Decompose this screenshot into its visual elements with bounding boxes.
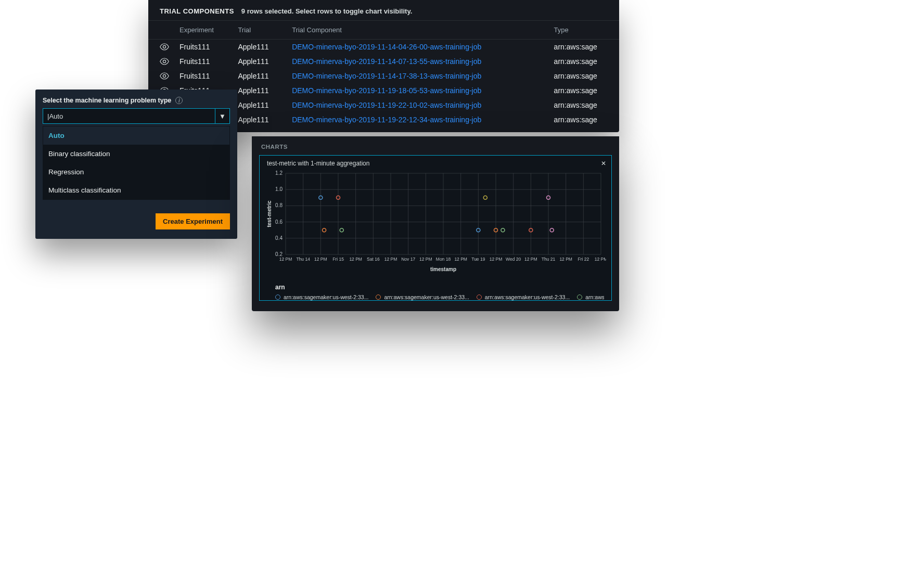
cell-trial: Apple111: [233, 54, 287, 69]
svg-text:Fri 22: Fri 22: [578, 257, 589, 262]
cell-type: arn:aws:sage: [549, 98, 619, 112]
cell-trial: Apple111: [233, 83, 287, 98]
legend-item-label: arn:aws:sagemaker:us-west-2:33...: [585, 294, 604, 300]
legend-item[interactable]: arn:aws:sagemaker:us-west-2:33...: [477, 294, 570, 300]
cell-trial-component-link[interactable]: DEMO-minerva-byo-2019-11-19-18-05-53-aws…: [287, 83, 548, 98]
problem-type-label: Select the machine learning problem type: [43, 97, 171, 104]
legend-swatch-icon: [577, 295, 582, 300]
svg-point-58: [323, 228, 326, 232]
svg-text:12 PM: 12 PM: [595, 257, 606, 262]
table-row[interactable]: Fruits111Apple111DEMO-minerva-byo-2019-1…: [148, 69, 619, 83]
svg-point-0: [163, 45, 165, 48]
col-trial[interactable]: Trial: [233, 21, 287, 40]
svg-text:Sat 16: Sat 16: [367, 257, 380, 262]
legend-item[interactable]: arn:aws:sagemaker:us-west-2:33...: [577, 294, 604, 300]
close-icon[interactable]: ✕: [601, 160, 606, 167]
cell-trial-component-link[interactable]: DEMO-minerva-byo-2019-11-19-22-10-02-aws…: [287, 98, 548, 112]
cell-experiment: Fruits111: [174, 54, 233, 69]
col-experiment[interactable]: Experiment: [174, 21, 233, 40]
svg-point-64: [483, 196, 487, 199]
charts-panel: CHARTS test-metric with 1-minute aggrega…: [252, 136, 619, 311]
svg-text:test-metric: test-metric: [266, 200, 272, 227]
cell-trial-component-link[interactable]: DEMO-minerva-byo-2019-11-19-22-12-34-aws…: [287, 112, 548, 127]
svg-text:Fri 15: Fri 15: [332, 257, 344, 262]
svg-text:Thu 14: Thu 14: [296, 257, 310, 262]
cell-experiment: Fruits111: [174, 40, 233, 55]
col-trial-component[interactable]: Trial Component: [287, 21, 548, 40]
visibility-eye-icon[interactable]: [148, 69, 174, 83]
cell-type: arn:aws:sage: [549, 83, 619, 98]
visibility-eye-icon[interactable]: [148, 54, 174, 69]
legend-item-label: arn:aws:sagemaker:us-west-2:33...: [284, 294, 368, 300]
svg-text:Wed 20: Wed 20: [506, 257, 521, 262]
svg-point-1: [163, 60, 165, 62]
legend-title: arn: [275, 284, 604, 291]
chart-plot-area[interactable]: 0.20.40.60.81.01.212 PMThu 1412 PMFri 15…: [265, 170, 606, 274]
problem-type-selected-value: |Auto: [47, 112, 63, 120]
legend-item[interactable]: arn:aws:sagemaker:us-west-2:33...: [376, 294, 469, 300]
svg-text:12 PM: 12 PM: [524, 257, 537, 262]
option-binary[interactable]: Binary classification: [43, 145, 229, 163]
cell-trial-component-link[interactable]: DEMO-minerva-byo-2019-11-14-17-38-13-aws…: [287, 69, 548, 83]
legend-swatch-icon: [477, 295, 482, 300]
cell-experiment: Fruits111: [174, 69, 233, 83]
cell-trial: Apple111: [233, 69, 287, 83]
col-type[interactable]: Type: [549, 21, 619, 40]
cell-trial-component-link[interactable]: DEMO-minerva-byo-2019-11-14-04-26-00-aws…: [287, 40, 548, 55]
legend-item-label: arn:aws:sagemaker:us-west-2:33...: [485, 294, 570, 300]
cell-type: arn:aws:sage: [549, 54, 619, 69]
svg-text:12 PM: 12 PM: [559, 257, 572, 262]
chevron-down-icon: ▼: [215, 109, 229, 123]
problem-type-select[interactable]: |Auto ▼: [43, 108, 230, 124]
problem-type-dropdown: Auto Binary classification Regression Mu…: [43, 126, 230, 200]
svg-point-2: [163, 74, 165, 77]
svg-text:0.4: 0.4: [275, 235, 283, 241]
table-row[interactable]: Fruits111Apple111DEMO-minerva-byo-2019-1…: [148, 40, 619, 55]
cell-type: arn:aws:sage: [549, 40, 619, 55]
cell-trial: Apple111: [233, 40, 287, 55]
option-multiclass[interactable]: Multiclass classification: [43, 181, 229, 199]
svg-text:1.2: 1.2: [275, 170, 283, 176]
table-row[interactable]: Fruits111Apple111DEMO-minerva-byo-2019-1…: [148, 54, 619, 69]
svg-point-66: [550, 228, 554, 232]
trial-components-title: TRIAL COMPONENTS: [160, 7, 234, 15]
cell-trial: Apple111: [233, 112, 287, 127]
legend-item[interactable]: arn:aws:sagemaker:us-west-2:33...: [275, 294, 368, 300]
legend-swatch-icon: [275, 295, 280, 300]
create-experiment-button[interactable]: Create Experiment: [156, 213, 230, 229]
svg-text:Mon 18: Mon 18: [436, 257, 451, 262]
svg-text:12 PM: 12 PM: [349, 257, 362, 262]
svg-text:0.8: 0.8: [275, 202, 283, 208]
cell-type: arn:aws:sage: [549, 69, 619, 83]
legend-swatch-icon: [376, 295, 381, 300]
svg-text:12 PM: 12 PM: [314, 257, 327, 262]
option-auto[interactable]: Auto: [43, 126, 229, 145]
svg-point-63: [501, 228, 505, 232]
svg-text:Tue 19: Tue 19: [471, 257, 485, 262]
trial-components-subtitle: 9 rows selected. Select rows to toggle c…: [241, 7, 412, 15]
svg-text:0.6: 0.6: [275, 219, 283, 225]
option-regression[interactable]: Regression: [43, 163, 229, 181]
legend-items: arn:aws:sagemaker:us-west-2:33...arn:aws…: [275, 294, 604, 300]
info-icon[interactable]: i: [175, 97, 183, 104]
chart-card-title: test-metric with 1-minute aggregation: [267, 160, 369, 167]
svg-text:12 PM: 12 PM: [454, 257, 467, 262]
svg-text:12 PM: 12 PM: [490, 257, 503, 262]
problem-type-popover: Select the machine learning problem type…: [35, 90, 237, 239]
svg-text:1.0: 1.0: [275, 186, 283, 192]
cell-trial-component-link[interactable]: DEMO-minerva-byo-2019-11-14-07-13-55-aws…: [287, 54, 548, 69]
visibility-eye-icon[interactable]: [148, 40, 174, 55]
legend-item-label: arn:aws:sagemaker:us-west-2:33...: [384, 294, 469, 300]
cell-type: arn:aws:sage: [549, 112, 619, 127]
svg-text:12 PM: 12 PM: [279, 257, 292, 262]
charts-panel-title: CHARTS: [252, 136, 619, 155]
svg-text:timestamp: timestamp: [430, 266, 456, 272]
chart-card: test-metric with 1-minute aggregation ✕ …: [259, 155, 612, 301]
svg-point-62: [340, 228, 343, 232]
svg-text:12 PM: 12 PM: [384, 257, 397, 262]
cell-trial: Apple111: [233, 98, 287, 112]
svg-text:Nov 17: Nov 17: [401, 257, 415, 262]
svg-text:Thu 21: Thu 21: [542, 257, 556, 262]
svg-text:12 PM: 12 PM: [419, 257, 432, 262]
